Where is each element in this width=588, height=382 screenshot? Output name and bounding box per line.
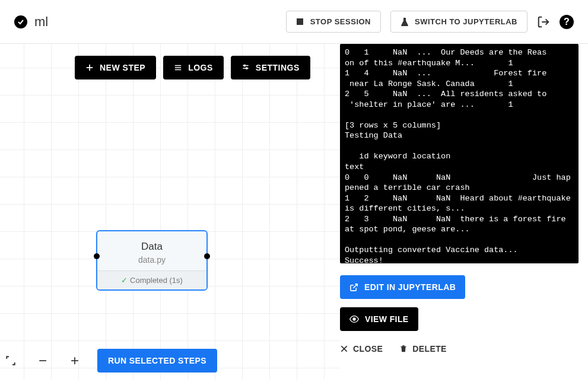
new-step-label: NEW STEP <box>100 63 145 72</box>
canvas-toolbar: NEW STEP LOGS SETTINGS <box>75 56 310 79</box>
bottom-controls: − + RUN SELECTED STEPS <box>0 349 217 373</box>
node-status-text: Completed (1s) <box>130 276 183 285</box>
terminal-output: 0 1 NaN ... Our Deeds are the Reas on of… <box>340 44 579 263</box>
header-left: ml <box>14 14 279 30</box>
delete-label: DELETE <box>412 344 447 354</box>
settings-label: SETTINGS <box>256 63 300 72</box>
logs-button[interactable]: LOGS <box>163 56 224 79</box>
switch-jupyterlab-label: SWITCH TO JUPYTERLAB <box>415 17 517 26</box>
stop-session-label: STOP SESSION <box>310 17 371 26</box>
svg-point-11 <box>353 318 355 320</box>
settings-button[interactable]: SETTINGS <box>231 56 310 79</box>
flask-icon <box>401 18 409 26</box>
panel-footer: CLOSE DELETE <box>340 344 579 354</box>
edit-in-jupyterlab-button[interactable]: EDIT IN JUPYTERLAB <box>340 275 465 299</box>
zoom-out-button[interactable]: − <box>33 351 52 370</box>
node-port-right[interactable] <box>204 253 210 259</box>
node-body: Data data.py <box>97 231 206 270</box>
status-check-icon <box>14 15 27 28</box>
check-icon: ✓ <box>121 276 128 285</box>
panel-actions: EDIT IN JUPYTERLAB VIEW FILE <box>340 275 579 331</box>
stop-icon <box>296 18 304 26</box>
node-port-left[interactable] <box>94 253 100 259</box>
trash-icon <box>399 344 408 354</box>
stop-session-button[interactable]: STOP SESSION <box>286 11 381 33</box>
svg-rect-0 <box>297 18 303 25</box>
run-selected-label: RUN SELECTED STEPS <box>108 356 206 365</box>
node-file: data.py <box>103 255 201 265</box>
view-file-button[interactable]: VIEW FILE <box>340 307 418 331</box>
side-panel: 0 1 NaN ... Our Deeds are the Reas on of… <box>340 44 588 380</box>
plus-icon <box>85 63 94 72</box>
svg-point-9 <box>246 68 247 69</box>
main: NEW STEP LOGS SETTINGS Data data.py <box>0 44 588 380</box>
svg-line-10 <box>353 284 357 288</box>
fullscreen-icon[interactable] <box>1 351 20 370</box>
run-selected-steps-button[interactable]: RUN SELECTED STEPS <box>97 349 217 373</box>
node-title: Data <box>103 241 201 253</box>
external-link-icon <box>349 283 358 292</box>
switch-jupyterlab-button[interactable]: SWITCH TO JUPYTERLAB <box>390 11 527 33</box>
edit-jupyter-label: EDIT IN JUPYTERLAB <box>364 282 456 292</box>
logs-label: LOGS <box>188 63 213 72</box>
svg-point-7 <box>244 65 245 66</box>
close-icon <box>340 345 348 353</box>
logout-icon[interactable] <box>537 15 550 28</box>
eye-icon <box>349 314 359 324</box>
node-status: ✓Completed (1s) <box>97 270 206 289</box>
view-file-label: VIEW FILE <box>365 314 409 324</box>
project-title: ml <box>34 14 48 30</box>
canvas[interactable]: NEW STEP LOGS SETTINGS Data data.py <box>0 44 340 380</box>
delete-button[interactable]: DELETE <box>399 344 447 354</box>
header-right: STOP SESSION SWITCH TO JUPYTERLAB ? <box>286 11 574 33</box>
help-icon[interactable]: ? <box>560 15 574 29</box>
list-icon <box>174 63 182 72</box>
sliders-icon <box>241 63 250 72</box>
close-button[interactable]: CLOSE <box>340 344 383 354</box>
close-label: CLOSE <box>353 344 383 354</box>
new-step-button[interactable]: NEW STEP <box>75 56 156 79</box>
zoom-in-button[interactable]: + <box>65 351 84 370</box>
header: ml STOP SESSION SWITCH TO JUPYTERLAB ? <box>0 0 588 44</box>
pipeline-node-data[interactable]: Data data.py ✓Completed (1s) <box>96 230 208 291</box>
